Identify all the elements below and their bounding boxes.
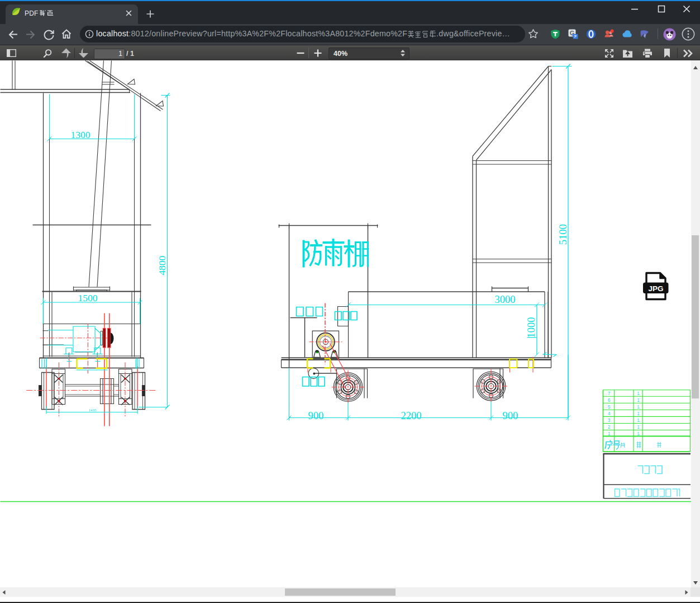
- svg-text:1435: 1435: [89, 408, 97, 412]
- svg-text:4: 4: [608, 411, 611, 416]
- svg-text:3000: 3000: [495, 294, 516, 305]
- svg-text:4800: 4800: [156, 255, 168, 275]
- svg-text:1: 1: [637, 424, 640, 430]
- svg-text:1: 1: [637, 411, 640, 416]
- svg-text:JPG: JPG: [648, 284, 663, 293]
- svg-text:1000: 1000: [526, 317, 537, 338]
- svg-text:900: 900: [503, 410, 518, 421]
- svg-text:900: 900: [308, 410, 324, 421]
- svg-text:2200: 2200: [401, 410, 422, 421]
- svg-text:1: 1: [637, 391, 640, 396]
- svg-text:1300: 1300: [71, 129, 91, 140]
- svg-text:6: 6: [608, 397, 611, 403]
- svg-text:5100: 5100: [558, 224, 569, 245]
- svg-text:1: 1: [608, 431, 611, 436]
- svg-text:3: 3: [608, 417, 611, 423]
- svg-text:5: 5: [608, 404, 611, 410]
- svg-text:2: 2: [608, 424, 611, 430]
- svg-text:1500: 1500: [78, 292, 98, 303]
- svg-text:1: 1: [637, 404, 640, 410]
- svg-text:1: 1: [637, 417, 640, 423]
- svg-text:1: 1: [637, 431, 640, 436]
- svg-text:1: 1: [637, 397, 640, 403]
- svg-text:7: 7: [608, 391, 611, 396]
